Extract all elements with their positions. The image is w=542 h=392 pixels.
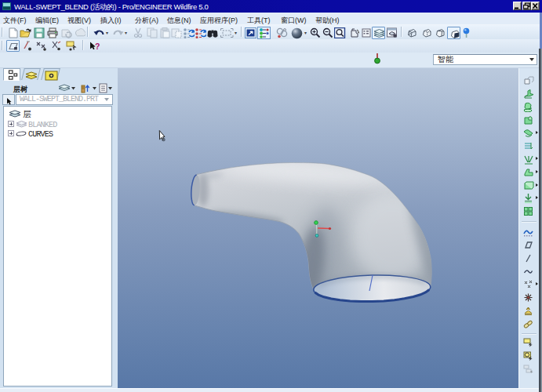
svg-text:?: ? [95, 42, 100, 51]
